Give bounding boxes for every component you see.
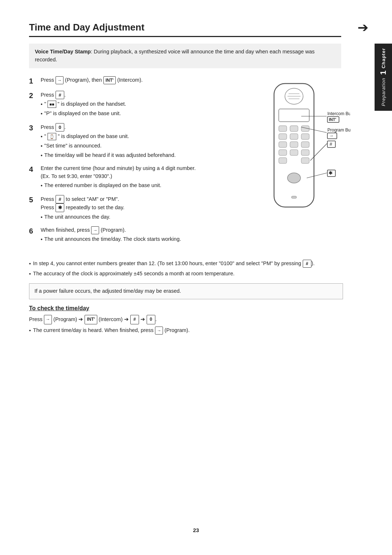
check-line-1: Press → (Program) ➔ INT' (Intercom) ➔ # … — [29, 315, 343, 324]
svg-text:✱: ✱ — [328, 170, 333, 176]
step-1-content: Press → (Program), then INT' (Intercom). — [41, 76, 234, 84]
svg-rect-13 — [290, 142, 298, 147]
step-2-num: 2 — [29, 91, 39, 100]
step-6: 6 When finished, press → (Program). • Th… — [29, 226, 234, 244]
info-bold: Voice Time/Day Stamp — [35, 49, 91, 54]
star-key-5: ✱ — [56, 203, 64, 212]
step-5: 5 Press # to select "AM" or "PM". Press … — [29, 195, 234, 222]
step-3-bullet-2: • "Set time" is announced. — [41, 142, 234, 150]
svg-rect-18 — [279, 158, 287, 163]
step-4-num: 4 — [29, 165, 39, 174]
svg-point-20 — [287, 173, 301, 183]
preparation-label: Preparation — [381, 78, 386, 106]
note-2: • The accuracy of the clock is approxima… — [29, 270, 343, 278]
step-2-content: Press #. • " ■■ " is displayed on the ha… — [41, 91, 234, 118]
check-bullet: • The current time/day is heard. When fi… — [29, 327, 343, 335]
step-6-bullet-1: • The unit announces the time/day. The c… — [41, 235, 234, 244]
step-4: 4 Enter the current time (hour and minut… — [29, 165, 234, 190]
top-arrow-icon: ➔ — [358, 20, 368, 35]
prog-check-2: → — [155, 327, 163, 335]
chapter-number: 1 — [379, 70, 388, 75]
warning-box: If a power failure occurs, the adjusted … — [29, 283, 343, 299]
program-key-1: → — [56, 76, 64, 84]
svg-rect-9 — [279, 134, 287, 139]
check-section: To check the time/day Press → (Program) … — [29, 305, 343, 335]
phone-svg: Intercom Button INT' Program Button → # … — [241, 80, 350, 254]
step-6-content: When finished, press → (Program). • The … — [41, 226, 234, 244]
step-2-bullet-2: • "P" is displayed on the base unit. — [41, 110, 234, 118]
step-5-content: Press # to select "AM" or "PM". Press ✱ … — [41, 195, 234, 222]
step-2: 2 Press #. • " ■■ " is displayed on the … — [29, 91, 234, 118]
step-4-content: Enter the current time (hour and minute)… — [41, 165, 234, 190]
info-box: Voice Time/Day Stamp: During playback, a… — [29, 44, 341, 68]
svg-rect-14 — [301, 142, 309, 147]
step-1: 1 Press → (Program), then INT' (Intercom… — [29, 76, 234, 86]
phone-diagram: Intercom Button INT' Program Button → # … — [234, 76, 343, 255]
svg-rect-5 — [279, 109, 309, 122]
zero-key-3: 0 — [56, 123, 64, 132]
svg-rect-21 — [291, 196, 297, 198]
hash-check: # — [130, 315, 139, 324]
zero-check: 0 — [147, 315, 155, 324]
step-3-bullet-1: • " ⌚ " is displayed on the base unit. — [41, 133, 234, 141]
svg-rect-16 — [290, 150, 298, 155]
step-3-num: 3 — [29, 123, 39, 133]
step-3: 3 Press 0. • " ⌚ " is displayed on the b… — [29, 123, 234, 160]
svg-rect-11 — [301, 134, 309, 139]
svg-text:#: # — [330, 141, 332, 147]
int-key-1: INT' — [103, 76, 116, 84]
svg-rect-19 — [301, 158, 309, 163]
step-5-num: 5 — [29, 195, 39, 204]
int-check: INT' — [85, 315, 97, 324]
program-label: Program Button — [327, 127, 350, 133]
step-3-content: Press 0. • " ⌚ " is displayed on the bas… — [41, 123, 234, 160]
svg-rect-6 — [279, 126, 287, 131]
hash-key-2: # — [56, 91, 64, 100]
page-number: 23 — [193, 527, 199, 533]
check-title: To check the time/day — [29, 305, 343, 312]
main-content: 1 Press → (Program), then INT' (Intercom… — [29, 76, 343, 255]
prog-check: → — [44, 315, 52, 324]
svg-rect-15 — [279, 150, 287, 155]
program-key-6: → — [91, 226, 99, 234]
step-4-bullet-1: • The entered number is displayed on the… — [41, 182, 234, 190]
svg-rect-17 — [301, 150, 309, 155]
step-6-num: 6 — [29, 226, 39, 236]
note-1: • In step 4, you cannot enter numbers gr… — [29, 260, 343, 268]
hash-key-note: # — [303, 260, 311, 268]
svg-text:INT': INT' — [329, 117, 336, 122]
hash-key-5: # — [56, 195, 64, 204]
step-5-bullet-1: • The unit announces the day. — [41, 213, 234, 222]
svg-line-32 — [310, 143, 327, 161]
notes-area: • In step 4, you cannot enter numbers gr… — [29, 260, 343, 279]
svg-line-33 — [307, 173, 327, 178]
svg-rect-12 — [279, 142, 287, 147]
svg-rect-7 — [290, 126, 298, 131]
svg-text:→: → — [329, 133, 334, 138]
step-2-bullet-1: • " ■■ " is displayed on the handset. — [41, 100, 234, 109]
step-1-num: 1 — [29, 76, 39, 86]
page-container: ➔ Chapter 1 Preparation Time and Day Adj… — [0, 0, 392, 555]
step-3-bullet-3: • The time/day will be heard if it was a… — [41, 151, 234, 160]
intercom-label: Intercom Button — [327, 111, 350, 116]
chapter-tab: Chapter 1 Preparation — [375, 44, 392, 111]
page-title: Time and Day Adjustment — [29, 22, 341, 37]
chapter-label: Chapter — [381, 48, 386, 68]
steps-area: 1 Press → (Program), then INT' (Intercom… — [29, 76, 234, 255]
svg-rect-10 — [290, 134, 298, 139]
